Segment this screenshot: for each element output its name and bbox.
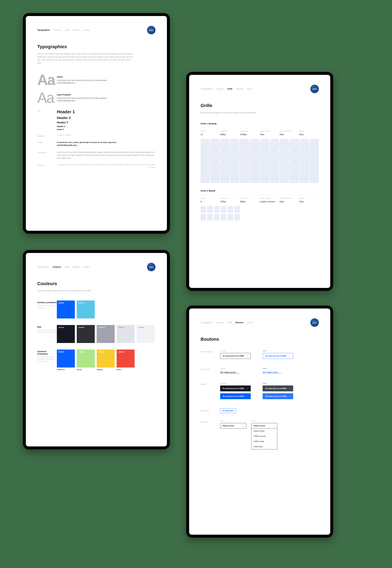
- solid-dark-button[interactable]: En savoir plus sur le CNRS →: [220, 385, 251, 391]
- spec-val-2: 1440px: [240, 133, 260, 136]
- nav-icones[interactable]: Icones: [84, 266, 89, 268]
- spec-m-lbl-1: Largeur mn: [220, 197, 240, 199]
- nav-typographies[interactable]: Typographies: [37, 266, 49, 268]
- grid-desktop-demo: [201, 139, 319, 183]
- desktop-grid-title: Grille L desktop: [201, 122, 319, 125]
- dropdown-list: Espace presse CNRS le journal CNRS la ra…: [251, 428, 277, 449]
- secondary-button[interactable]: En savoir plus: [220, 408, 236, 413]
- intro-text: Chivo & Libre Franklin sont deux webfont…: [37, 52, 135, 65]
- page-title: Boutons: [201, 337, 319, 342]
- specimen-aa-chivo: Aa: [37, 73, 57, 87]
- nav-grille[interactable]: Grille: [227, 88, 232, 90]
- nav-icones[interactable]: Icones: [84, 29, 90, 31]
- cnrs-logo: cnrs: [310, 85, 319, 93]
- solid-blue-button[interactable]: En savoir plus sur le CNRS →: [220, 393, 251, 399]
- nav-grille[interactable]: Grille: [227, 321, 232, 324]
- dropdown-item[interactable]: CNRS le journal: [251, 434, 277, 439]
- screen: Typographies Couleurs Grille Boutons Ico…: [26, 16, 167, 231]
- dropdown-item[interactable]: Espace presse: [251, 428, 277, 434]
- nav-boutons[interactable]: Boutons: [236, 88, 243, 90]
- intro-text: Palette de couleurs utilisées au travers…: [37, 289, 135, 292]
- nav-typographies[interactable]: Typographies: [201, 321, 212, 324]
- spec-val-0: 12: [201, 133, 220, 136]
- nav-boutons[interactable]: Boutons: [73, 266, 80, 268]
- nav-typographies[interactable]: Typographies: [37, 29, 50, 31]
- spec-lbl-0: Colonne: [201, 130, 220, 132]
- swatch-blue: #0560FF: [57, 300, 75, 318]
- swatch-cyan: #57C7E7: [77, 300, 95, 318]
- swatch-ui-succes: #ADE588: [77, 350, 95, 368]
- dropdown-closed[interactable]: Espace presse ⌄: [220, 423, 246, 428]
- spec-lbl-4: Largeur gouttières: [280, 130, 299, 132]
- desktop-specs: Colonne12 Largeur mn960px Largeur max144…: [201, 128, 319, 136]
- nav-icones[interactable]: Icones: [247, 321, 253, 324]
- page-title: Typographies: [37, 44, 155, 49]
- btn-label: En savoir plus sur le CNRS: [266, 355, 286, 357]
- nav: Typographies Couleurs Grille Boutons Ico…: [201, 88, 252, 90]
- swatch-ui-0: #0560FF Actif/Focus: [57, 350, 75, 370]
- screen: Typographies Couleurs Grille Boutons Ico…: [26, 253, 167, 446]
- nav: Typographies Couleurs Grille Boutons Ico…: [37, 266, 89, 268]
- arrow-icon: →: [288, 387, 290, 390]
- label-ui: Couleurs d'interface: [37, 350, 57, 355]
- primary-outline-button[interactable]: En savoir plus sur le CNRS →: [220, 353, 251, 359]
- dropdown-item[interactable]: CNRS la radio: [251, 439, 277, 444]
- swatch-noir-1: #2E2F32: [77, 325, 95, 343]
- label-primary: Couleurs primaires: [37, 301, 57, 304]
- pangram-chivo: A mad boxer shot a quick, gloved jab to …: [57, 79, 155, 82]
- screen: Typographies Couleurs Grille Boutons Ico…: [189, 309, 330, 535]
- pangram-libre: A mad boxer shot a quick, gloved jab to …: [57, 97, 155, 99]
- chapo-chars: 1234567890!@#$%-&/()_+: [57, 144, 155, 147]
- label-legende: Légende: [37, 164, 57, 166]
- nav-grille[interactable]: Grille: [65, 29, 70, 31]
- grid-mobile-demo: [201, 206, 319, 220]
- dd-closed-label: Ferme: [220, 420, 246, 422]
- primary-sub: Lorem ipsum dolor sit amet, consectetur.: [37, 305, 57, 309]
- primary-text-link[interactable]: Voir l'espace presse →: [220, 371, 239, 374]
- nav-couleurs[interactable]: Couleurs: [216, 88, 224, 90]
- cap-actif: Actif/Focus: [57, 369, 75, 370]
- btn-label: En savoir plus sur le CNRS: [223, 388, 244, 389]
- spec-m-val-5: 15px: [299, 200, 319, 203]
- nav-couleurs[interactable]: Couleurs: [216, 321, 224, 324]
- state-hover: Hover: [263, 350, 300, 352]
- solid-dark-button-hover[interactable]: En savoir plus sur le CNRS →: [263, 385, 293, 391]
- tablet-boutons: Typographies Couleurs Grille Boutons Ico…: [186, 306, 333, 538]
- primary-text-link-hover[interactable]: Voir l'espace presse →: [263, 371, 281, 374]
- spec-m-val-2: 480px: [240, 200, 260, 203]
- nav-boutons[interactable]: Boutons: [73, 29, 80, 31]
- arrow-icon: →: [280, 371, 281, 373]
- nav-couleurs[interactable]: Couleurs: [54, 29, 61, 31]
- dropdown-item[interactable]: CNRS Actus: [251, 444, 277, 449]
- cnrs-logo: cnrs: [147, 26, 155, 34]
- chevron-down-icon: ⌄: [243, 425, 244, 427]
- chars-libre: 1234567890!@#$%-&/()_+: [57, 99, 155, 102]
- dropdown-open[interactable]: Espace presse ⌃: [251, 423, 277, 428]
- mobile-grid-title: Grille S Mobile: [201, 190, 319, 192]
- nav-icones[interactable]: Icones: [247, 88, 252, 90]
- label-bouton: Bouton: [201, 383, 220, 385]
- label-pa

graphe: Paragraphe: [37, 151, 57, 154]
- nav-couleurs[interactable]: Couleurs: [53, 266, 61, 268]
- solid-blue-button-hover[interactable]: En savoir plus sur le CNRS →: [263, 393, 293, 399]
- label-noir: Noir: [37, 326, 57, 328]
- font-name-chivo: Chivo: [57, 76, 155, 78]
- font-name-libre: Libre Franklin: [57, 93, 155, 96]
- dd-label: Espace presse: [223, 425, 234, 427]
- arrow-icon: →: [237, 371, 239, 373]
- chapo-text: A mad boxer shot a quick, gloved jab to …: [57, 141, 155, 144]
- link-label: Voir l'espace presse: [263, 371, 278, 373]
- nav-boutons[interactable]: Boutons: [236, 321, 244, 324]
- swatch-noir-4: #F1F2F5: [137, 325, 154, 343]
- primary-outline-button-hover[interactable]: En savoir plus sur le CNRS →: [263, 353, 293, 359]
- topbar: Typographies Couleurs Grille Boutons Ico…: [201, 85, 319, 93]
- label-chapo: Chapo: [37, 141, 57, 143]
- label-primary-text: Primary text: [201, 368, 220, 370]
- mobile-specs: Colonne6 Largeur mn375px Largeur max480p…: [201, 195, 319, 203]
- nav-grille[interactable]: Grille: [65, 266, 69, 268]
- arrow-icon: →: [288, 355, 290, 357]
- nav-typographies[interactable]: Typographies: [201, 88, 212, 90]
- nav: Typographies Couleurs Grille Boutons Ico…: [201, 321, 253, 324]
- chars-chivo: 1234567890!@#$%-&/()_+: [57, 82, 155, 84]
- spec-val-1: 960px: [220, 133, 240, 136]
